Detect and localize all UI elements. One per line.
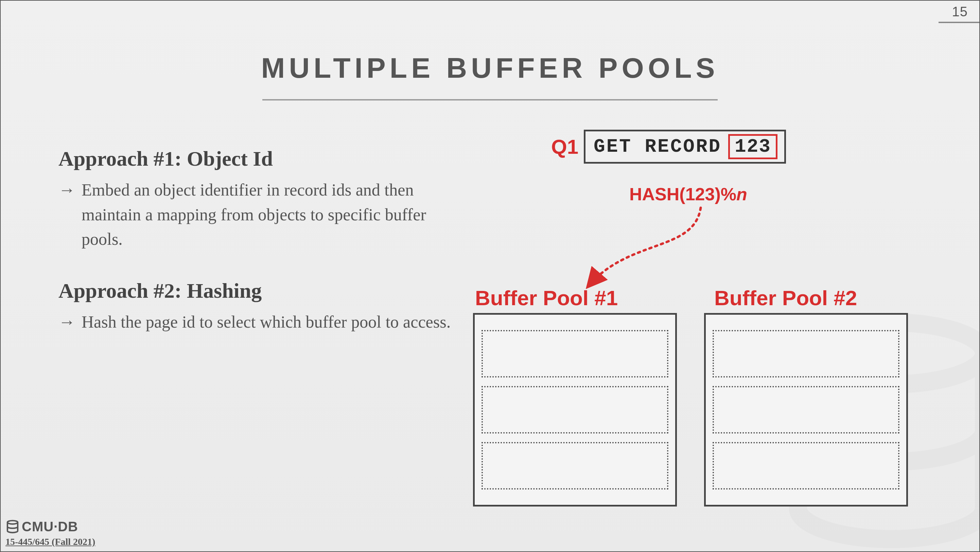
slide-title: MULTIPLE BUFFER POOLS	[1, 52, 979, 84]
arrow-icon: →	[59, 178, 75, 252]
query-row: Q1 GET RECORD 123	[551, 130, 786, 163]
hash-expr: HASH(123)%	[629, 184, 737, 204]
database-icon	[5, 520, 20, 534]
approach-1-heading: Approach #1: Object Id	[59, 147, 466, 171]
query-command: GET RECORD	[593, 136, 721, 157]
hash-var: n	[737, 184, 747, 204]
buffer-pool-1-box	[473, 313, 677, 506]
buffer-slot	[713, 442, 899, 490]
buffer-pool-1-title: Buffer Pool #1	[475, 286, 618, 310]
buffer-pool-2-box	[704, 313, 908, 506]
buffer-slot	[482, 442, 668, 490]
buffer-slot	[713, 386, 899, 433]
footer-logo-text: CMU·DB	[22, 519, 78, 535]
page-number-underline	[939, 22, 979, 23]
approach-1-bullet: → Embed an object identifier in record i…	[59, 178, 466, 252]
title-underline	[262, 99, 718, 100]
hash-function-label: HASH(123)%n	[629, 184, 747, 205]
approach-2-bullet: → Hash the page id to select which buffe…	[59, 309, 466, 335]
buffer-slot	[482, 330, 668, 378]
record-id-box: 123	[728, 134, 778, 159]
footer-course-text: 15-445/645 (Fall 2021)	[5, 536, 95, 547]
query-box: GET RECORD 123	[584, 130, 786, 163]
approach-2-text: Hash the page id to select which buffer …	[81, 309, 450, 335]
diagram-area: Q1 GET RECORD 123 HASH(123)%n Buffer Poo…	[469, 130, 966, 503]
footer-logo: CMU·DB	[5, 519, 78, 535]
arrow-icon: →	[59, 309, 75, 335]
body-text: Approach #1: Object Id → Embed an object…	[59, 147, 466, 361]
approach-1-text: Embed an object identifier in record ids…	[81, 178, 466, 252]
approach-2-heading: Approach #2: Hashing	[59, 279, 466, 303]
svg-point-1	[8, 520, 18, 524]
query-label: Q1	[551, 135, 578, 159]
slide: 15 MULTIPLE BUFFER POOLS Approach #1: Ob…	[0, 0, 980, 552]
buffer-pool-2-title: Buffer Pool #2	[714, 286, 857, 310]
buffer-slot	[713, 330, 899, 378]
page-number: 15	[952, 4, 968, 19]
buffer-slot	[482, 386, 668, 433]
